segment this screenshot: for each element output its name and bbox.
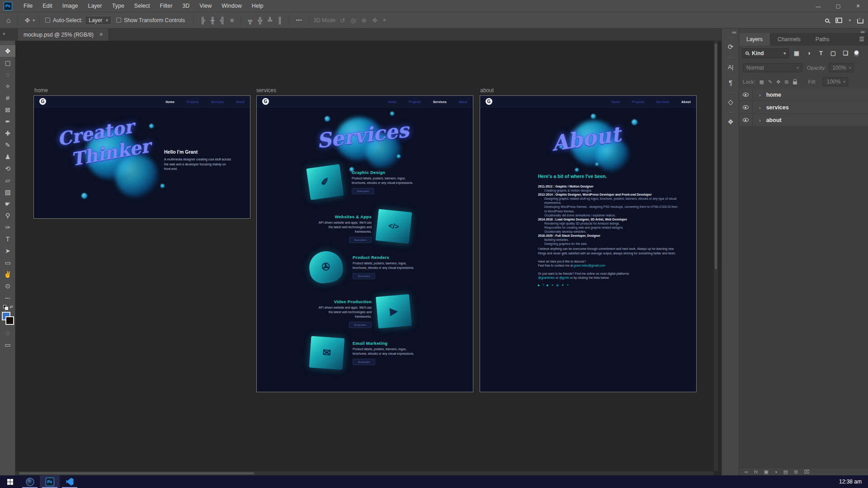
quick-mask-button[interactable]: ◌ — [0, 327, 15, 339]
smudge-tool[interactable]: ☛ — [0, 198, 15, 210]
frame-tool[interactable]: ⊠ — [0, 104, 15, 116]
expand-chevron-icon[interactable]: › — [759, 117, 761, 123]
menu-help[interactable]: Help — [247, 0, 269, 12]
taskbar-clock[interactable]: 12:38 am — [839, 479, 862, 485]
brush-tool[interactable]: ✎ — [0, 139, 15, 151]
crop-tool[interactable]: # — [0, 92, 15, 104]
gradient-tool[interactable]: ▧ — [0, 186, 15, 198]
delete-layer-icon[interactable]: ⌧ — [804, 469, 810, 475]
shape-tool[interactable]: ▭ — [0, 257, 15, 268]
align-bottom-edges-icon[interactable]: ╩ — [265, 17, 275, 24]
distribute-vertical-icon[interactable]: ║ — [275, 17, 285, 24]
workspace-switcher-icon[interactable] — [835, 18, 842, 23]
expand-chevron-icon[interactable]: › — [759, 105, 761, 110]
history-brush-tool[interactable]: ⟲ — [0, 163, 15, 174]
horizontal-scrollbar-thumb[interactable] — [19, 472, 254, 474]
background-color-swatch[interactable] — [5, 316, 14, 325]
start-button[interactable] — [0, 475, 20, 488]
artboard-label-about[interactable]: about — [480, 87, 494, 94]
filter-shape-layers-icon[interactable]: ▢ — [829, 50, 838, 56]
link-layers-icon[interactable]: ∞ — [745, 469, 748, 474]
dodge-tool[interactable]: ⚲ — [0, 210, 15, 221]
layer-mask-icon[interactable]: ▣ — [764, 469, 768, 475]
filter-type-layers-icon[interactable]: T — [816, 50, 826, 56]
taskbar-photoshop-button[interactable]: Ps — [40, 475, 60, 488]
document-tab[interactable]: mockup.psd @ 25% (RGB/8) ✕ — [18, 28, 109, 41]
more-align-options-icon[interactable]: ••• — [293, 18, 305, 23]
menu-edit[interactable]: Edit — [38, 0, 57, 12]
visibility-toggle[interactable] — [739, 89, 753, 101]
layer-row-home[interactable]: › home — [739, 89, 868, 101]
filter-pixel-layers-icon[interactable]: ▣ — [792, 50, 801, 56]
zoom-tool[interactable]: ⊙ — [0, 280, 15, 292]
align-left-edges-icon[interactable]: ╠ — [198, 17, 208, 24]
healing-brush-tool[interactable]: ✚ — [0, 127, 15, 139]
menu-select[interactable]: Select — [129, 0, 155, 12]
artboard-about[interactable]: G Home Projects Services About About Her… — [480, 95, 697, 392]
tool-preset-chevron-icon[interactable]: ▾ — [33, 18, 35, 23]
menu-file[interactable]: File — [19, 0, 38, 12]
adjustment-layer-icon[interactable]: ◑ — [774, 469, 778, 474]
edit-toolbar-icon[interactable]: ••• — [0, 292, 15, 304]
align-vertical-centers-icon[interactable]: ╬ — [255, 17, 265, 24]
taskbar-cinema4d-button[interactable] — [20, 475, 40, 488]
3d-panel-icon[interactable]: ◇ — [722, 94, 739, 110]
hand-tool[interactable]: ✌ — [0, 268, 15, 280]
workspace-chevron-icon[interactable]: ▾ — [849, 18, 851, 23]
filter-kind-dropdown[interactable]: Kind ▾ — [742, 48, 789, 58]
align-horizontal-centers-icon[interactable]: ╫ — [208, 17, 217, 24]
screen-mode-button[interactable]: ▭ — [0, 339, 15, 351]
swap-colors-icon[interactable]: ⇄ — [9, 305, 13, 309]
dock-collapse-icon[interactable]: «« — [722, 28, 739, 35]
toolbar-collapse-icon[interactable]: » — [3, 31, 5, 36]
search-icon[interactable] — [825, 19, 829, 23]
home-screen-icon[interactable]: ⌂ — [4, 16, 14, 24]
expand-chevron-icon[interactable]: › — [759, 92, 761, 98]
clone-stamp-tool[interactable]: ♟ — [0, 151, 15, 163]
menu-view[interactable]: View — [194, 0, 217, 12]
vertical-scrollbar[interactable] — [714, 41, 718, 471]
menu-window[interactable]: Window — [217, 0, 246, 12]
layer-row-services[interactable]: › services — [739, 101, 868, 114]
pen-tool[interactable]: ✑ — [0, 221, 15, 233]
document-tab-close-icon[interactable]: ✕ — [99, 32, 103, 38]
properties-panel-icon[interactable]: ❖ — [722, 114, 739, 130]
default-colors-control[interactable]: ⇄ — [0, 304, 15, 311]
new-group-icon[interactable]: ▤ — [783, 469, 788, 475]
new-layer-icon[interactable]: ⊞ — [794, 469, 798, 475]
history-panel-icon[interactable]: ⟳ — [722, 39, 739, 55]
artboard-home[interactable]: G Home Projects Services About Creator T… — [33, 95, 250, 219]
menu-3d[interactable]: 3D — [177, 0, 194, 12]
eyedropper-tool[interactable]: ✒ — [0, 116, 15, 127]
vertical-scrollbar-thumb[interactable] — [715, 43, 717, 269]
menu-image[interactable]: Image — [57, 0, 83, 12]
panel-menu-icon[interactable]: ☰ — [859, 36, 864, 42]
show-transform-checkbox[interactable] — [116, 18, 121, 23]
tab-channels[interactable]: Channels — [770, 33, 808, 46]
maximize-button[interactable]: ▢ — [828, 0, 848, 12]
distribute-horizontal-icon[interactable]: ≡ — [227, 17, 236, 24]
lasso-tool[interactable]: ◌ — [0, 69, 15, 80]
visibility-toggle[interactable] — [739, 114, 753, 127]
minimize-button[interactable]: — — [808, 0, 828, 12]
menu-type[interactable]: Type — [107, 0, 129, 12]
visibility-toggle[interactable] — [739, 101, 753, 114]
layer-effects-icon[interactable]: fx — [754, 469, 758, 474]
artboard-label-services[interactable]: services — [256, 87, 276, 94]
type-tool[interactable]: T — [0, 233, 15, 245]
marquee-tool[interactable]: ▢ — [0, 57, 15, 69]
character-panel-icon[interactable]: A| — [722, 59, 739, 75]
layer-row-about[interactable]: › about — [739, 114, 868, 127]
move-tool-preset-icon[interactable]: ✥ — [22, 17, 33, 24]
move-tool[interactable]: ✥ — [0, 45, 15, 57]
share-icon[interactable] — [857, 17, 863, 23]
path-selection-tool[interactable]: ➤ — [0, 245, 15, 257]
close-button[interactable]: ✕ — [848, 0, 868, 12]
filter-adjustment-layers-icon[interactable]: ◑ — [804, 50, 813, 56]
tab-layers[interactable]: Layers — [739, 33, 770, 46]
artboard-services[interactable]: G Home Projects Services About Services … — [256, 95, 473, 392]
eraser-tool[interactable]: ▱ — [0, 174, 15, 186]
menu-layer[interactable]: Layer — [83, 0, 107, 12]
artboard-label-home[interactable]: home — [34, 87, 48, 94]
filter-smart-objects-icon[interactable]: ❏ — [841, 50, 850, 56]
